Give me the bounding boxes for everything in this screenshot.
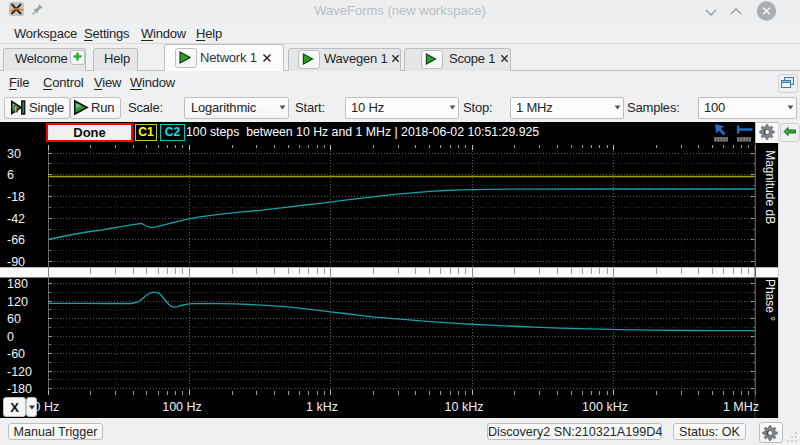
svg-text:100 Hz: 100 Hz bbox=[162, 400, 202, 414]
svg-text:X: X bbox=[10, 399, 19, 414]
svg-text:120: 120 bbox=[7, 294, 28, 308]
svg-text:-66: -66 bbox=[7, 233, 25, 247]
svg-text:6: 6 bbox=[7, 168, 14, 182]
svg-text:-180: -180 bbox=[7, 382, 32, 396]
svg-text:-90: -90 bbox=[7, 255, 25, 269]
svg-text:Phase °: Phase ° bbox=[763, 278, 777, 320]
svg-text:-60: -60 bbox=[7, 347, 25, 361]
svg-text:180: 180 bbox=[7, 277, 28, 291]
svg-text:1: 1 bbox=[13, 101, 18, 113]
svg-text:0: 0 bbox=[7, 329, 14, 343]
svg-text:-42: -42 bbox=[7, 211, 25, 225]
svg-text:60: 60 bbox=[7, 312, 21, 326]
svg-text:-18: -18 bbox=[7, 190, 25, 204]
svg-text:Magnitude dB: Magnitude dB bbox=[763, 150, 777, 224]
svg-text:100 kHz: 100 kHz bbox=[582, 400, 628, 414]
svg-text:30: 30 bbox=[7, 146, 21, 160]
svg-text:-120: -120 bbox=[7, 364, 32, 378]
svg-text:10 kHz: 10 kHz bbox=[445, 400, 484, 414]
svg-text:1 MHz: 1 MHz bbox=[723, 400, 759, 414]
svg-text:1 kHz: 1 kHz bbox=[306, 400, 338, 414]
